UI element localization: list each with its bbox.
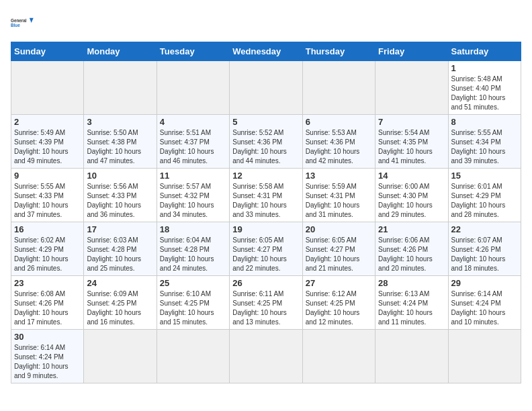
day-info: Sunrise: 5:59 AM Sunset: 4:31 PM Dayligh… (306, 182, 372, 220)
day-number: 5 (232, 117, 299, 127)
day-number: 9 (14, 171, 81, 181)
calendar-day: 25Sunrise: 6:10 AM Sunset: 4:25 PM Dayli… (157, 276, 229, 330)
column-header-saturday: Saturday (448, 42, 521, 61)
day-info: Sunrise: 6:05 AM Sunset: 4:27 PM Dayligh… (232, 236, 299, 273)
calendar-day: 21Sunrise: 6:06 AM Sunset: 4:26 PM Dayli… (375, 222, 448, 276)
calendar-week-6: 30Sunrise: 6:14 AM Sunset: 4:24 PM Dayli… (11, 330, 521, 383)
day-info: Sunrise: 5:55 AM Sunset: 4:33 PM Dayligh… (14, 182, 81, 220)
day-info: Sunrise: 6:14 AM Sunset: 4:24 PM Dayligh… (14, 343, 81, 381)
calendar-day: 23Sunrise: 6:08 AM Sunset: 4:26 PM Dayli… (11, 276, 84, 330)
calendar-day: 8Sunrise: 5:55 AM Sunset: 4:34 PM Daylig… (448, 115, 521, 169)
day-info: Sunrise: 6:01 AM Sunset: 4:29 PM Dayligh… (451, 182, 518, 220)
calendar-day: 7Sunrise: 5:54 AM Sunset: 4:35 PM Daylig… (375, 115, 448, 169)
day-info: Sunrise: 6:13 AM Sunset: 4:24 PM Dayligh… (378, 289, 445, 327)
calendar-day: 18Sunrise: 6:04 AM Sunset: 4:28 PM Dayli… (157, 222, 229, 276)
calendar-day (157, 330, 229, 383)
day-info: Sunrise: 6:02 AM Sunset: 4:29 PM Dayligh… (14, 236, 81, 273)
day-number: 22 (451, 224, 518, 234)
day-number: 6 (306, 117, 372, 127)
day-number: 13 (306, 171, 372, 181)
day-info: Sunrise: 6:00 AM Sunset: 4:30 PM Dayligh… (378, 182, 445, 220)
day-number: 21 (378, 224, 445, 234)
calendar-day: 11Sunrise: 5:57 AM Sunset: 4:32 PM Dayli… (157, 169, 229, 222)
day-number: 25 (160, 278, 226, 288)
column-header-thursday: Thursday (302, 42, 375, 61)
column-header-tuesday: Tuesday (157, 42, 229, 61)
calendar-day (302, 61, 375, 115)
day-info: Sunrise: 6:05 AM Sunset: 4:27 PM Dayligh… (306, 236, 372, 273)
calendar-day: 6Sunrise: 5:53 AM Sunset: 4:36 PM Daylig… (302, 115, 375, 169)
day-info: Sunrise: 6:10 AM Sunset: 4:25 PM Dayligh… (160, 289, 226, 327)
day-number: 7 (378, 117, 445, 127)
calendar-day (230, 61, 302, 115)
calendar-day: 28Sunrise: 6:13 AM Sunset: 4:24 PM Dayli… (375, 276, 448, 330)
day-number: 8 (451, 117, 518, 127)
day-info: Sunrise: 5:48 AM Sunset: 4:40 PM Dayligh… (451, 75, 518, 112)
calendar-day (157, 61, 229, 115)
day-info: Sunrise: 5:51 AM Sunset: 4:37 PM Dayligh… (160, 128, 226, 166)
calendar-table: SundayMondayTuesdayWednesdayThursdayFrid… (11, 42, 521, 383)
calendar-day: 26Sunrise: 6:11 AM Sunset: 4:25 PM Dayli… (230, 276, 302, 330)
calendar-day (84, 330, 157, 383)
calendar-day: 16Sunrise: 6:02 AM Sunset: 4:29 PM Dayli… (11, 222, 84, 276)
day-number: 26 (232, 278, 299, 288)
day-number: 19 (232, 224, 299, 234)
column-header-wednesday: Wednesday (230, 42, 302, 61)
day-info: Sunrise: 5:58 AM Sunset: 4:31 PM Dayligh… (232, 182, 299, 220)
calendar-day: 17Sunrise: 6:03 AM Sunset: 4:28 PM Dayli… (84, 222, 157, 276)
calendar-day (230, 330, 302, 383)
calendar-day: 2Sunrise: 5:49 AM Sunset: 4:39 PM Daylig… (11, 115, 84, 169)
day-info: Sunrise: 6:08 AM Sunset: 4:26 PM Dayligh… (14, 289, 81, 327)
day-number: 3 (87, 117, 153, 127)
calendar-week-1: 1Sunrise: 5:48 AM Sunset: 4:40 PM Daylig… (11, 61, 521, 115)
day-info: Sunrise: 5:52 AM Sunset: 4:36 PM Dayligh… (232, 128, 299, 166)
calendar-week-3: 9Sunrise: 5:55 AM Sunset: 4:33 PM Daylig… (11, 169, 521, 222)
day-info: Sunrise: 5:57 AM Sunset: 4:32 PM Dayligh… (160, 182, 226, 220)
day-number: 1 (451, 63, 518, 73)
day-number: 12 (232, 171, 299, 181)
calendar-day: 15Sunrise: 6:01 AM Sunset: 4:29 PM Dayli… (448, 169, 521, 222)
column-header-monday: Monday (84, 42, 157, 61)
calendar-week-4: 16Sunrise: 6:02 AM Sunset: 4:29 PM Dayli… (11, 222, 521, 276)
day-number: 11 (160, 171, 226, 181)
day-info: Sunrise: 5:56 AM Sunset: 4:33 PM Dayligh… (87, 182, 153, 220)
calendar-day: 13Sunrise: 5:59 AM Sunset: 4:31 PM Dayli… (302, 169, 375, 222)
day-number: 14 (378, 171, 445, 181)
logo: GeneralBlue (11, 11, 35, 35)
day-number: 18 (160, 224, 226, 234)
calendar-day (448, 330, 521, 383)
day-number: 28 (378, 278, 445, 288)
day-info: Sunrise: 5:49 AM Sunset: 4:39 PM Dayligh… (14, 128, 81, 166)
calendar-day: 19Sunrise: 6:05 AM Sunset: 4:27 PM Dayli… (230, 222, 302, 276)
calendar-header-row: SundayMondayTuesdayWednesdayThursdayFrid… (11, 42, 521, 61)
calendar-day: 5Sunrise: 5:52 AM Sunset: 4:36 PM Daylig… (230, 115, 302, 169)
column-header-sunday: Sunday (11, 42, 84, 61)
day-info: Sunrise: 6:04 AM Sunset: 4:28 PM Dayligh… (160, 236, 226, 273)
day-number: 23 (14, 278, 81, 288)
calendar-day: 30Sunrise: 6:14 AM Sunset: 4:24 PM Dayli… (11, 330, 84, 383)
day-info: Sunrise: 6:11 AM Sunset: 4:25 PM Dayligh… (232, 289, 299, 327)
day-info: Sunrise: 6:09 AM Sunset: 4:25 PM Dayligh… (87, 289, 153, 327)
generalblue-logo-icon: GeneralBlue (11, 11, 35, 35)
day-number: 15 (451, 171, 518, 181)
calendar-day (302, 330, 375, 383)
day-info: Sunrise: 5:54 AM Sunset: 4:35 PM Dayligh… (378, 128, 445, 166)
calendar-day: 9Sunrise: 5:55 AM Sunset: 4:33 PM Daylig… (11, 169, 84, 222)
page-header: GeneralBlue (11, 11, 521, 35)
calendar-day: 24Sunrise: 6:09 AM Sunset: 4:25 PM Dayli… (84, 276, 157, 330)
day-number: 27 (306, 278, 372, 288)
svg-text:Blue: Blue (11, 23, 20, 28)
day-number: 2 (14, 117, 81, 127)
calendar-day (375, 61, 448, 115)
svg-marker-2 (30, 18, 34, 23)
calendar-day: 4Sunrise: 5:51 AM Sunset: 4:37 PM Daylig… (157, 115, 229, 169)
day-info: Sunrise: 6:07 AM Sunset: 4:26 PM Dayligh… (451, 236, 518, 273)
calendar-day: 12Sunrise: 5:58 AM Sunset: 4:31 PM Dayli… (230, 169, 302, 222)
day-number: 29 (451, 278, 518, 288)
day-info: Sunrise: 6:03 AM Sunset: 4:28 PM Dayligh… (87, 236, 153, 273)
calendar-week-2: 2Sunrise: 5:49 AM Sunset: 4:39 PM Daylig… (11, 115, 521, 169)
day-number: 10 (87, 171, 153, 181)
column-header-friday: Friday (375, 42, 448, 61)
day-number: 24 (87, 278, 153, 288)
day-number: 16 (14, 224, 81, 234)
